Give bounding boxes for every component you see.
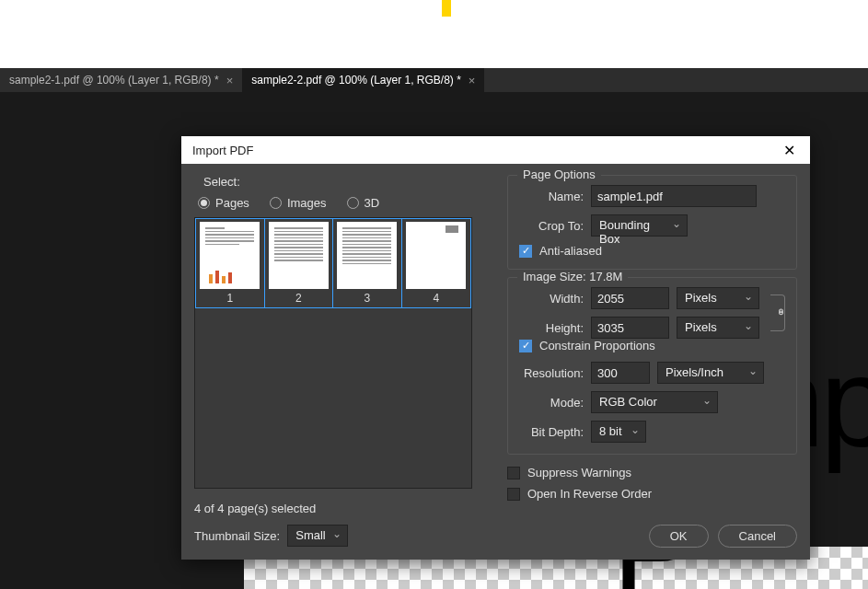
link-icon[interactable]	[770, 294, 785, 331]
bit-depth-select[interactable]: 8 bit	[591, 421, 646, 443]
width-unit-select[interactable]: Pixels	[677, 287, 759, 309]
radio-label: Pages	[215, 196, 249, 210]
document-tab[interactable]: sample2-2.pdf @ 100% (Layer 1, RGB/8) * …	[242, 68, 484, 92]
cursor-mark	[442, 0, 451, 17]
close-icon[interactable]: ✕	[780, 142, 799, 159]
dialog-title: Import PDF	[192, 144, 253, 157]
select-type-radios: Pages Images 3D	[198, 196, 498, 210]
cancel-button[interactable]: Cancel	[718, 525, 797, 548]
dialog-titlebar[interactable]: Import PDF ✕	[181, 136, 810, 164]
radio-3d[interactable]: 3D	[347, 196, 380, 210]
radio-icon	[198, 197, 210, 209]
checkbox-icon	[519, 340, 532, 352]
height-label: Height:	[519, 321, 584, 335]
radio-label: 3D	[365, 196, 380, 210]
resolution-unit-select[interactable]: Pixels/Inch	[657, 362, 764, 384]
checkbox-label: Suppress Warnings	[527, 466, 631, 479]
name-label: Name:	[519, 190, 584, 203]
thumb-number: 3	[364, 291, 370, 307]
page-thumbnail[interactable]: 4	[402, 219, 471, 307]
thumbnail-size-label: Thumbnail Size:	[194, 529, 280, 543]
thumb-number: 2	[295, 291, 302, 307]
resolution-label: Resolution:	[519, 366, 584, 380]
radio-icon	[347, 197, 359, 209]
radio-label: Images	[287, 196, 327, 210]
group-legend: Image Size: 17.8M	[517, 270, 628, 283]
page-thumbnail[interactable]: 3	[333, 219, 402, 307]
resolution-field[interactable]	[591, 362, 650, 384]
close-icon[interactable]: ×	[226, 74, 234, 87]
name-field[interactable]	[591, 185, 757, 207]
mode-select[interactable]: RGB Color	[591, 391, 718, 413]
suppress-warnings-checkbox[interactable]: Suppress Warnings	[507, 466, 797, 479]
radio-images[interactable]: Images	[270, 196, 327, 210]
crop-to-label: Crop To:	[519, 219, 584, 233]
tab-label: sample2-2.pdf @ 100% (Layer 1, RGB/8) *	[251, 74, 461, 87]
document-tab[interactable]: sample2-1.pdf @ 100% (Layer 1, RGB/8) * …	[0, 68, 242, 92]
radio-pages[interactable]: Pages	[198, 196, 249, 210]
checkbox-label: Open In Reverse Order	[527, 487, 652, 501]
constrain-proportions-checkbox[interactable]: Constrain Proportions	[519, 339, 785, 352]
thumbnail-grid[interactable]: 1 2	[194, 217, 472, 489]
selection-status: 4 of 4 page(s) selected	[194, 502, 498, 515]
bit-depth-label: Bit Depth:	[519, 425, 584, 439]
page-options-group: Page Options Name: Crop To: Bounding Box…	[507, 175, 797, 270]
checkbox-label: Constrain Proportions	[539, 339, 655, 352]
thumbnail-size-select[interactable]: Small	[287, 525, 348, 547]
document-tab-bar: sample2-1.pdf @ 100% (Layer 1, RGB/8) * …	[0, 68, 868, 92]
height-unit-select[interactable]: Pixels	[677, 317, 759, 339]
checkbox-icon	[519, 245, 532, 258]
reverse-order-checkbox[interactable]: Open In Reverse Order	[507, 487, 797, 501]
close-icon[interactable]: ×	[469, 74, 476, 87]
anti-aliased-checkbox[interactable]: Anti-aliased	[519, 244, 785, 258]
group-legend: Page Options	[517, 167, 601, 181]
page-thumbnail[interactable]: 2	[265, 219, 334, 307]
ok-button[interactable]: OK	[649, 525, 709, 548]
mode-label: Mode:	[519, 396, 584, 410]
height-field[interactable]	[591, 317, 669, 339]
crop-to-select[interactable]: Bounding Box	[591, 214, 688, 237]
width-label: Width:	[519, 292, 584, 306]
page-thumbnail[interactable]: 1	[196, 219, 265, 307]
image-size-group: Image Size: 17.8M Width: Pixels Height:	[507, 277, 797, 455]
width-field[interactable]	[591, 287, 669, 309]
thumb-number: 1	[226, 291, 233, 307]
tab-label: sample2-1.pdf @ 100% (Layer 1, RGB/8) *	[9, 74, 219, 87]
checkbox-label: Anti-aliased	[539, 244, 602, 258]
import-pdf-dialog: Import PDF ✕ Select: Pages Images 3D	[181, 136, 810, 560]
checkbox-icon	[507, 467, 520, 479]
checkbox-icon	[507, 488, 520, 501]
radio-icon	[270, 197, 282, 209]
top-blank-area	[0, 0, 868, 68]
thumb-number: 4	[433, 291, 439, 307]
select-label: Select:	[203, 175, 498, 189]
